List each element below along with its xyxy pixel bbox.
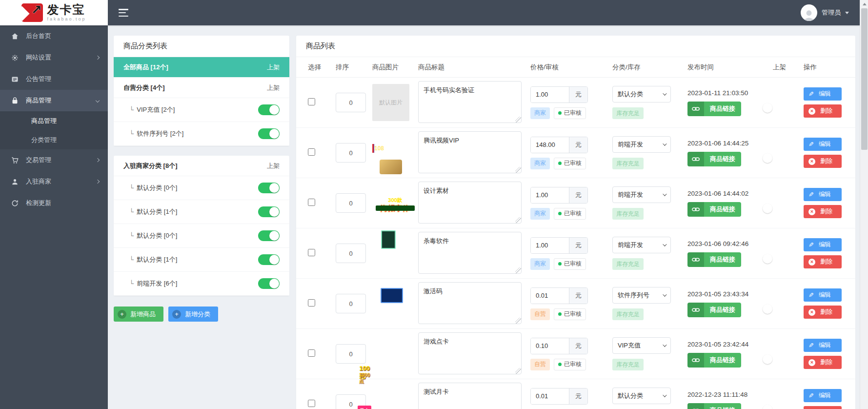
category-select[interactable]: VIP充值 xyxy=(612,337,671,354)
sidebar-item-dashboard[interactable]: 后台首页 xyxy=(0,25,108,47)
category-row-child[interactable]: └默认分类 [0个] xyxy=(114,224,289,248)
delete-button[interactable]: 删除 xyxy=(804,205,842,218)
category-row-child[interactable]: └软件序列号 [2个] xyxy=(114,122,289,146)
product-link-button[interactable]: 商品链接 xyxy=(687,403,741,409)
product-title-textarea[interactable]: 手机号码实名验证 xyxy=(418,81,522,123)
product-link-button[interactable]: 商品链接 xyxy=(687,152,741,166)
price-input[interactable] xyxy=(531,87,569,102)
category-row-merchant-group[interactable]: 入驻商家分类 [8个] 上架 xyxy=(114,156,289,176)
hamburger-icon[interactable] xyxy=(119,8,131,18)
sidebar-subitem-product-manage[interactable]: 商品管理 xyxy=(0,111,108,130)
category-select[interactable]: 默认分类 xyxy=(612,86,671,102)
edit-button[interactable]: 编辑 xyxy=(804,288,842,302)
delete-button[interactable]: 删除 xyxy=(804,406,842,409)
add-product-button[interactable]: 新增商品 xyxy=(114,307,163,322)
category-enabled-toggle[interactable] xyxy=(258,230,280,241)
price-input[interactable] xyxy=(531,389,569,404)
edit-button[interactable]: 编辑 xyxy=(804,238,842,251)
delete-button[interactable]: 删除 xyxy=(804,104,842,118)
row-checkbox[interactable] xyxy=(308,148,315,156)
sort-input[interactable] xyxy=(336,93,366,112)
category-row-child[interactable]: └默认分类 [0个] xyxy=(114,176,289,200)
price-input[interactable] xyxy=(531,187,569,203)
row-checkbox[interactable] xyxy=(308,349,315,357)
edit-button[interactable]: 编辑 xyxy=(804,87,842,101)
sort-input[interactable] xyxy=(336,344,366,364)
scrollbar-up-arrow[interactable] xyxy=(860,0,868,8)
edit-button[interactable]: 编辑 xyxy=(804,389,842,402)
col-category-stock: 分类/库存 xyxy=(612,63,687,72)
user-menu[interactable]: 管理员 xyxy=(801,4,849,21)
sidebar-item-products[interactable]: 商品管理 xyxy=(0,90,108,111)
price-unit-label: 元 xyxy=(569,238,587,253)
category-row-child[interactable]: └默认分类 [1个] xyxy=(114,200,289,224)
sidebar-item-merchants[interactable]: 入驻商家 xyxy=(0,171,108,192)
category-select[interactable]: 前端开发 xyxy=(612,136,671,153)
price-unit-label: 元 xyxy=(569,338,587,354)
product-link-button[interactable]: 商品链接 xyxy=(687,202,741,217)
sort-input[interactable] xyxy=(336,143,366,163)
col-sort: 排序 xyxy=(336,63,372,72)
add-category-button[interactable]: 新增分类 xyxy=(168,307,218,322)
category-row-self-group[interactable]: 自营分类 [4个] 上架 xyxy=(114,78,289,98)
category-row-child[interactable]: └前端开发 [6个] xyxy=(114,272,289,296)
category-panel-title: 商品分类列表 xyxy=(114,36,289,57)
seller-type-badge: 自营 xyxy=(530,359,550,370)
review-status-badge: 已审核 xyxy=(554,208,586,220)
category-select[interactable]: 前端开发 xyxy=(612,186,671,203)
row-checkbox[interactable] xyxy=(308,199,315,206)
sort-input[interactable] xyxy=(336,294,366,313)
edit-button[interactable]: 编辑 xyxy=(804,188,842,201)
sidebar-subitem-category-manage[interactable]: 分类管理 xyxy=(0,130,108,149)
category-enabled-toggle[interactable] xyxy=(258,254,280,265)
category-row-child[interactable]: └VIP充值 [2个] xyxy=(114,98,289,122)
col-on-shelf: 上架 xyxy=(773,63,804,72)
price-input[interactable] xyxy=(531,137,569,153)
product-title-textarea[interactable]: 设计素材 xyxy=(418,182,522,224)
product-link-button[interactable]: 商品链接 xyxy=(687,353,741,368)
chevron-down-icon xyxy=(845,12,849,14)
category-enabled-toggle[interactable] xyxy=(258,278,280,289)
delete-button[interactable]: 删除 xyxy=(804,155,842,168)
edit-button[interactable]: 编辑 xyxy=(804,138,842,151)
sidebar-item-announcements[interactable]: 公告管理 xyxy=(0,68,108,90)
category-enabled-toggle[interactable] xyxy=(258,104,280,115)
category-enabled-toggle[interactable] xyxy=(258,128,280,139)
product-link-button[interactable]: 商品链接 xyxy=(687,303,741,317)
product-title-textarea[interactable]: 游戏点卡 xyxy=(418,332,522,374)
product-link-button[interactable]: 商品链接 xyxy=(687,252,741,267)
row-checkbox[interactable] xyxy=(308,299,315,307)
price-input[interactable] xyxy=(531,238,569,253)
brand-logo[interactable]: 发卡宝 fakabao.top xyxy=(0,0,108,25)
row-checkbox[interactable] xyxy=(308,249,315,256)
category-select[interactable]: 默认分类 xyxy=(612,388,671,404)
sort-input[interactable] xyxy=(336,193,366,213)
category-row-child[interactable]: └默认分类 [1个] xyxy=(114,248,289,272)
delete-button[interactable]: 删除 xyxy=(804,306,842,319)
category-select[interactable]: 软件序列号 xyxy=(612,287,671,304)
scrollbar-thumb[interactable] xyxy=(861,8,868,150)
sidebar-item-check-update[interactable]: 检测更新 xyxy=(0,192,108,214)
sort-input[interactable] xyxy=(336,244,366,263)
category-enabled-toggle[interactable] xyxy=(258,206,280,217)
product-title-textarea[interactable]: 腾讯视频VIP xyxy=(418,131,522,173)
delete-button[interactable]: 删除 xyxy=(804,255,842,268)
product-title-textarea[interactable]: 杀毒软件 xyxy=(418,232,522,274)
price-input[interactable] xyxy=(531,338,569,354)
category-select[interactable]: 前端开发 xyxy=(612,237,671,253)
review-status-badge: 已审核 xyxy=(554,359,586,370)
delete-button[interactable]: 删除 xyxy=(804,356,842,369)
col-actions: 操作 xyxy=(804,63,855,72)
sidebar-item-trades[interactable]: 交易管理 xyxy=(0,149,108,171)
row-checkbox[interactable] xyxy=(308,400,315,407)
category-enabled-toggle[interactable] xyxy=(258,183,280,193)
review-status-badge: 已审核 xyxy=(554,308,586,320)
price-input[interactable] xyxy=(531,288,569,304)
edit-button[interactable]: 编辑 xyxy=(804,339,842,352)
row-checkbox[interactable] xyxy=(308,98,315,105)
product-title-textarea[interactable]: 激活码 xyxy=(418,282,522,324)
sidebar-item-site-settings[interactable]: 网站设置 xyxy=(0,47,108,68)
category-row-all-products[interactable]: 全部商品 [12个] 上架 xyxy=(114,57,289,78)
product-link-button[interactable]: 商品链接 xyxy=(687,102,741,116)
product-title-textarea[interactable]: 测试月卡 xyxy=(418,383,522,409)
